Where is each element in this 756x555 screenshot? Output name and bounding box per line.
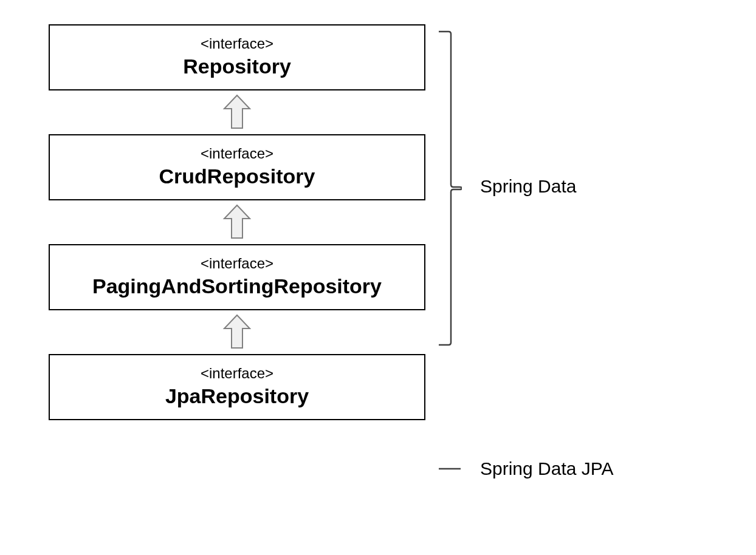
interface-name: CrudRepository — [55, 165, 419, 188]
hierarchy-diagram: <interface> Repository <interface> CrudR… — [49, 24, 425, 420]
interface-box-pagingandsorting: <interface> PagingAndSortingRepository — [49, 244, 425, 310]
bracket-icon-large — [438, 30, 462, 346]
interface-box-jparepository: <interface> JpaRepository — [49, 354, 425, 420]
inheritance-arrow — [49, 310, 425, 354]
interface-box-repository: <interface> Repository — [49, 24, 425, 90]
arrow-up-icon — [222, 94, 252, 131]
stereotype-label: <interface> — [55, 35, 419, 52]
inheritance-arrow — [49, 90, 425, 134]
interface-name: Repository — [55, 55, 419, 78]
interface-name: JpaRepository — [55, 384, 419, 408]
stereotype-label: <interface> — [55, 255, 419, 272]
arrow-up-icon — [222, 204, 252, 240]
stereotype-label: <interface> — [55, 145, 419, 162]
group-label-spring-data-jpa: Spring Data JPA — [480, 458, 614, 479]
bracket-icon-small — [438, 468, 462, 470]
stereotype-label: <interface> — [55, 365, 419, 382]
inheritance-arrow — [49, 200, 425, 244]
arrow-up-icon — [222, 314, 252, 350]
interface-box-crudrepository: <interface> CrudRepository — [49, 134, 425, 200]
interface-name: PagingAndSortingRepository — [55, 274, 419, 298]
group-label-spring-data: Spring Data — [480, 176, 576, 197]
